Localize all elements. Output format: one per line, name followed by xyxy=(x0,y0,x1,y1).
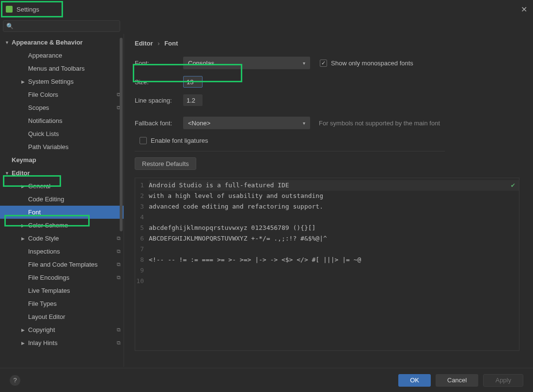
sidebar-item-file-types[interactable]: File Types xyxy=(0,297,124,310)
preview-line: abcdefghijklmnopqrstuvwxyz 0123456789 ()… xyxy=(149,223,519,233)
sidebar-item-appearance-behavior[interactable]: ▼Appearance & Behavior xyxy=(0,36,124,49)
sidebar: ▼Appearance & BehaviorAppearanceMenus an… xyxy=(0,34,124,367)
apply-button[interactable]: Apply xyxy=(483,374,523,387)
triangle-down-icon[interactable]: ▼ xyxy=(5,171,12,176)
chevron-down-icon: ▾ xyxy=(303,121,305,126)
sidebar-item-label: Menus and Toolbars xyxy=(28,65,85,72)
triangle-right-icon[interactable]: ▶ xyxy=(21,236,28,241)
sidebar-item-inspections[interactable]: Inspections⧉ xyxy=(0,245,124,258)
divider xyxy=(135,151,445,151)
sidebar-item-keymap[interactable]: Keymap xyxy=(0,153,124,166)
fallback-hint: For symbols not supported by the main fo… xyxy=(319,120,440,127)
sidebar-item-label: Path Variables xyxy=(28,143,69,151)
sidebar-item-live-templates[interactable]: Live Templates xyxy=(0,284,124,297)
sidebar-item-label: File Types xyxy=(28,300,57,307)
sidebar-item-file-colors[interactable]: File Colors⧉ xyxy=(0,88,124,101)
triangle-right-icon[interactable]: ▶ xyxy=(21,341,28,346)
sidebar-scrollbar[interactable] xyxy=(120,38,123,363)
search-row: 🔍 xyxy=(0,18,533,34)
search-input[interactable]: 🔍 xyxy=(3,20,120,32)
sidebar-item-label: Inspections xyxy=(28,248,60,255)
ligatures-checkbox[interactable] xyxy=(140,137,147,144)
sidebar-item-general[interactable]: ▶General xyxy=(0,180,124,193)
preview-line: with a high level of usability and outst… xyxy=(149,191,519,201)
chevron-right-icon: › xyxy=(157,40,159,47)
help-button[interactable]: ? xyxy=(10,375,20,386)
window-title: Settings xyxy=(16,6,39,13)
sidebar-item-editor[interactable]: ▼Editor xyxy=(0,166,124,180)
titlebar: Settings ✕ xyxy=(0,0,533,18)
sidebar-item-label: Quick Lists xyxy=(28,130,59,137)
preview-line xyxy=(149,212,519,223)
sidebar-item-label: File and Code Templates xyxy=(28,261,98,268)
sidebar-item-scopes[interactable]: Scopes⧉ xyxy=(0,101,124,114)
sidebar-item-notifications[interactable]: Notifications xyxy=(0,114,124,127)
cancel-button[interactable]: Cancel xyxy=(436,374,478,387)
sidebar-item-layout-editor[interactable]: Layout Editor xyxy=(0,310,124,323)
sidebar-item-file-and-code-templates[interactable]: File and Code Templates⧉ xyxy=(0,258,124,271)
sidebar-item-file-encodings[interactable]: File Encodings⧉ xyxy=(0,271,124,284)
sidebar-item-path-variables[interactable]: Path Variables xyxy=(0,140,124,153)
app-logo-icon xyxy=(6,6,13,13)
sidebar-item-label: Font xyxy=(28,209,41,216)
sidebar-item-copyright[interactable]: ▶Copyright⧉ xyxy=(0,323,124,336)
sidebar-item-label: Inlay Hints xyxy=(28,339,58,347)
font-preview: 12345678910 Android Studio is a full-fea… xyxy=(135,178,519,351)
close-icon[interactable]: ✕ xyxy=(521,5,527,14)
sidebar-item-label: File Colors xyxy=(28,91,58,98)
content-panel: Editor › Font Font: Consolas ▾ Show only… xyxy=(124,34,533,367)
triangle-right-icon[interactable]: ▶ xyxy=(21,223,28,228)
sidebar-item-label: Code Editing xyxy=(28,196,64,203)
sidebar-item-label: Copyright xyxy=(28,326,55,333)
preview-gutter: 12345678910 xyxy=(135,178,147,350)
chevron-down-icon: ▾ xyxy=(303,60,305,66)
sidebar-item-font[interactable]: Font xyxy=(0,206,124,219)
size-input[interactable] xyxy=(183,76,203,88)
font-dropdown[interactable]: Consolas ▾ xyxy=(183,57,310,69)
sidebar-item-label: Live Templates xyxy=(28,287,70,294)
check-icon: ✔ xyxy=(511,181,515,189)
sidebar-item-quick-lists[interactable]: Quick Lists xyxy=(0,127,124,140)
spacing-input[interactable] xyxy=(183,94,203,106)
sidebar-item-label: File Encodings xyxy=(28,274,69,281)
sidebar-scrollbar-handle[interactable] xyxy=(120,38,123,231)
sidebar-item-label: General xyxy=(28,182,50,190)
fallback-dropdown-value: <None> xyxy=(188,120,210,127)
preview-line: advanced code editing and refactoring su… xyxy=(149,201,519,212)
size-label: Size: xyxy=(135,78,183,86)
sidebar-item-inlay-hints[interactable]: ▶Inlay Hints⧉ xyxy=(0,336,124,349)
sidebar-item-label: Editor xyxy=(12,169,30,177)
sidebar-item-appearance[interactable]: Appearance xyxy=(0,49,124,62)
sidebar-item-code-editing[interactable]: Code Editing xyxy=(0,193,124,206)
mono-checkbox-row: Show only monospaced fonts xyxy=(320,60,413,67)
row-font: Font: Consolas ▾ Show only monospaced fo… xyxy=(135,57,523,69)
sidebar-item-label: System Settings xyxy=(28,78,74,85)
preview-code[interactable]: Android Studio is a full-featured IDEwit… xyxy=(147,178,519,350)
sidebar-item-label: Appearance xyxy=(28,52,62,59)
sidebar-item-color-scheme[interactable]: ▶Color Scheme xyxy=(0,219,124,232)
preview-line xyxy=(149,244,519,255)
triangle-right-icon[interactable]: ▶ xyxy=(21,79,28,84)
mono-checkbox[interactable] xyxy=(320,60,327,67)
sidebar-item-label: Code Style xyxy=(28,235,59,242)
breadcrumb-part2: Font xyxy=(164,40,178,47)
ok-button[interactable]: OK xyxy=(398,374,431,387)
sidebar-item-label: Keymap xyxy=(12,156,36,164)
row-spacing: Line spacing: xyxy=(135,94,523,106)
sidebar-item-code-style[interactable]: ▶Code Style⧉ xyxy=(0,232,124,245)
sidebar-item-label: Color Scheme xyxy=(28,222,68,229)
mono-checkbox-label[interactable]: Show only monospaced fonts xyxy=(331,60,413,67)
triangle-right-icon[interactable]: ▶ xyxy=(21,184,28,189)
preview-line: Android Studio is a full-featured IDE xyxy=(149,180,519,191)
sidebar-item-menus-and-toolbars[interactable]: Menus and Toolbars xyxy=(0,62,124,75)
footer: ? OK Cancel Apply xyxy=(0,368,533,392)
row-fallback: Fallback font: <None> ▾ For symbols not … xyxy=(135,117,523,129)
fallback-dropdown[interactable]: <None> ▾ xyxy=(183,117,310,129)
preview-line: ABCDEFGHIJKLMNOPQRSTUVWXYZ +-*/= .,;:!? … xyxy=(149,233,519,244)
triangle-right-icon[interactable]: ▶ xyxy=(21,328,28,332)
triangle-down-icon[interactable]: ▼ xyxy=(5,40,12,45)
restore-defaults-button[interactable]: Restore Defaults xyxy=(135,157,196,170)
preview-line xyxy=(149,276,519,286)
sidebar-item-system-settings[interactable]: ▶System Settings xyxy=(0,75,124,88)
ligatures-label[interactable]: Enable font ligatures xyxy=(151,137,208,144)
